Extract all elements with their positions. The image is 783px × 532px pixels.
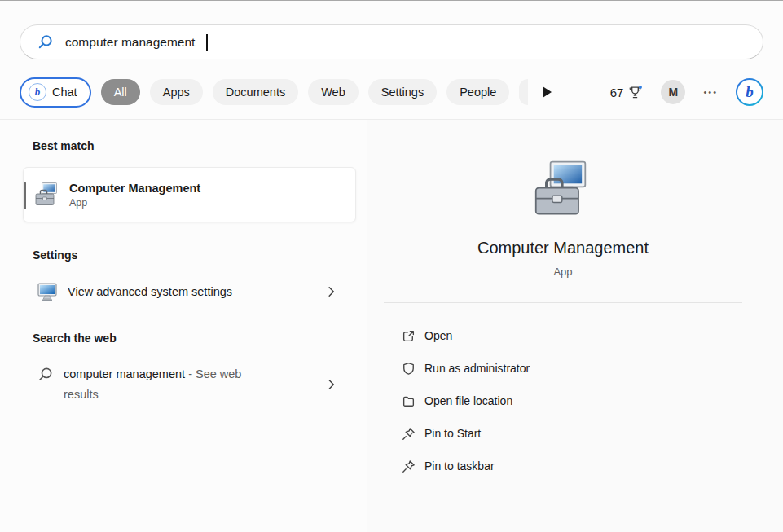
action-label: Open [424, 329, 452, 342]
chevron-right-icon [325, 286, 337, 298]
best-match-item[interactable]: Computer Management App [23, 167, 356, 222]
action-pin-to-taskbar[interactable]: Pin to taskbar [384, 450, 742, 482]
tab-overflow-clipped[interactable] [519, 79, 528, 105]
search-bar[interactable]: computer management [20, 24, 763, 59]
tab-apps[interactable]: Apps [150, 79, 203, 105]
text-caret [206, 34, 208, 51]
tab-web[interactable]: Web [308, 79, 359, 105]
tab-documents[interactable]: Documents [213, 79, 298, 105]
rewards-trophy-icon [627, 85, 643, 100]
admin-shield-icon [402, 362, 416, 376]
result-view-advanced-system-settings[interactable]: View advanced system settings [0, 273, 367, 310]
tab-chat-label: Chat [52, 86, 77, 99]
best-match-text: Computer Management App [69, 182, 200, 209]
action-label: Run as administrator [424, 362, 530, 375]
pin-icon [402, 459, 416, 473]
header-right-cluster: 67 M ••• [610, 78, 763, 106]
bing-logo-icon[interactable] [736, 78, 763, 106]
action-label: Pin to taskbar [424, 459, 495, 473]
preview-title: Computer Management [477, 239, 649, 257]
web-result-text: computer management - See web results [64, 364, 267, 405]
more-options-button[interactable]: ••• [703, 87, 718, 97]
best-match-subtitle: App [69, 197, 200, 209]
best-match-title: Computer Management [69, 182, 200, 195]
tab-all[interactable]: All [101, 79, 140, 105]
tab-chat[interactable]: Chat [20, 77, 91, 108]
filter-tabs-row: Chat All Apps Documents Web Settings Peo… [20, 74, 763, 110]
selection-indicator [24, 182, 26, 209]
tab-settings[interactable]: Settings [368, 79, 437, 105]
action-list: Open Run as administrator Open file loca… [384, 319, 742, 482]
action-open[interactable]: Open [384, 319, 742, 352]
preview-subtitle: App [553, 266, 572, 278]
action-run-as-administrator[interactable]: Run as administrator [384, 352, 742, 385]
result-label: View advanced system settings [68, 285, 232, 298]
web-result-query: computer management [64, 367, 185, 380]
bing-chat-icon [29, 83, 46, 101]
section-search-the-web: Search the web [33, 332, 367, 345]
search-input[interactable]: computer management [65, 35, 195, 50]
account-avatar[interactable]: M [661, 80, 685, 104]
search-results-area: Best match [0, 119, 783, 532]
rewards-points: 67 [610, 86, 624, 99]
computer-management-icon [532, 159, 594, 221]
chevron-right-icon [325, 379, 337, 391]
rewards-button[interactable]: 67 [610, 85, 644, 100]
preview-panel: Computer Management App Open [367, 120, 783, 532]
section-best-match: Best match [33, 139, 367, 152]
results-panel: Best match [0, 120, 367, 532]
section-settings: Settings [33, 248, 367, 262]
search-icon [37, 366, 54, 383]
tab-people[interactable]: People [446, 79, 509, 105]
computer-management-icon [34, 182, 60, 208]
action-open-file-location[interactable]: Open file location [384, 385, 742, 417]
action-label: Open file location [424, 394, 512, 407]
result-web-search[interactable]: computer management - See web results [0, 356, 367, 413]
preview-divider [384, 302, 742, 303]
pin-icon [402, 427, 416, 441]
action-label: Pin to Start [424, 427, 481, 440]
folder-icon [402, 394, 416, 408]
system-monitor-icon [37, 281, 58, 302]
scroll-right-icon[interactable] [543, 86, 552, 98]
windows-search-flyout: computer management Chat All Apps Docume… [0, 0, 783, 532]
open-icon [402, 329, 416, 343]
action-pin-to-start[interactable]: Pin to Start [384, 417, 742, 450]
search-icon [37, 33, 54, 51]
